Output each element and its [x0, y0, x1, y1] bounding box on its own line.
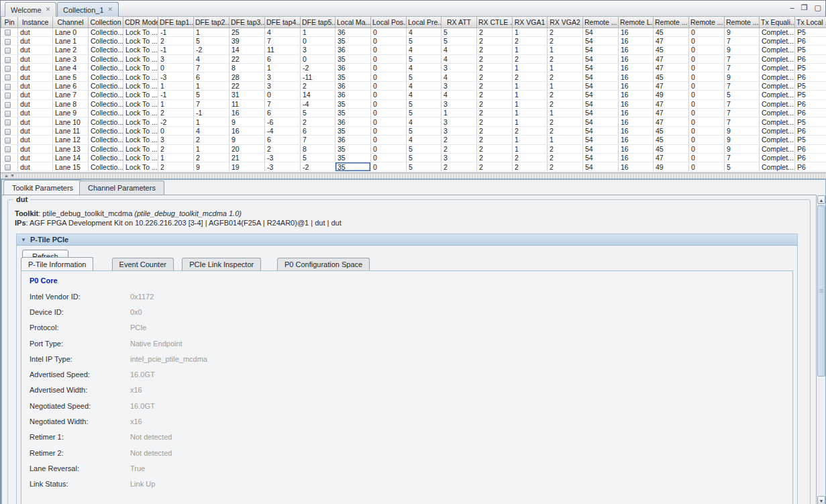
table-cell[interactable]: 54 — [583, 72, 619, 81]
table-cell[interactable]: 2 — [477, 54, 513, 63]
table-cell[interactable]: 11 — [265, 46, 301, 54]
table-cell[interactable]: 0 — [371, 91, 407, 99]
table-cell[interactable]: 54 — [583, 117, 619, 126]
pin-checkbox[interactable] — [5, 129, 11, 135]
table-cell[interactable]: P5 — [795, 81, 826, 90]
table-cell[interactable]: 2 — [548, 126, 583, 135]
column-header[interactable]: DFE tap2... — [194, 17, 229, 28]
column-header[interactable]: DFE tap4... — [265, 17, 301, 28]
table-cell[interactable]: 14 — [229, 46, 265, 54]
table-cell[interactable]: 7 — [725, 81, 760, 90]
table-cell[interactable]: Collectio... — [89, 153, 123, 162]
table-cell[interactable]: 5 — [725, 91, 760, 99]
table-cell[interactable]: 16 — [619, 117, 654, 126]
table-cell[interactable]: 14 — [301, 91, 335, 99]
table-cell[interactable]: P6 — [795, 162, 826, 171]
table-cell[interactable]: 36 — [335, 28, 371, 36]
table-cell[interactable]: 1 — [548, 136, 583, 144]
table-cell[interactable]: 47 — [654, 81, 689, 90]
table-cell[interactable]: 36 — [335, 46, 371, 54]
table-cell[interactable]: 16 — [619, 64, 654, 72]
scroll-up-icon[interactable]: ▲ — [817, 195, 825, 204]
table-cell[interactable]: Lock To ... — [123, 46, 158, 54]
table-cell[interactable]: 1 — [265, 64, 301, 72]
table-cell[interactable]: 3 — [442, 126, 477, 135]
table-cell[interactable]: dut — [18, 36, 53, 45]
table-cell[interactable]: 7 — [725, 153, 760, 162]
table-cell[interactable]: 45 — [654, 46, 689, 54]
table-cell[interactable]: 6 — [301, 126, 335, 135]
pin-checkbox[interactable] — [5, 84, 11, 90]
table-cell[interactable]: Lane 15 — [53, 162, 89, 171]
table-cell[interactable]: 0 — [689, 91, 725, 99]
table-cell[interactable]: Lock To ... — [123, 91, 158, 99]
table-cell[interactable]: 3 — [265, 72, 301, 81]
table-cell[interactable]: 16 — [229, 126, 265, 135]
table-cell[interactable]: Lock To ... — [123, 162, 158, 171]
table-cell[interactable]: 54 — [583, 109, 619, 117]
table-cell[interactable]: 7 — [725, 99, 760, 108]
table-cell[interactable]: 7 — [725, 117, 760, 126]
table-cell[interactable]: 1 — [301, 28, 335, 36]
table-cell[interactable]: 0 — [301, 54, 335, 63]
table-cell[interactable]: Lock To ... — [123, 109, 158, 117]
table-cell[interactable]: 2 — [513, 36, 548, 45]
table-cell[interactable]: 16 — [619, 162, 654, 171]
table-cell[interactable]: 7 — [301, 136, 335, 144]
table-cell[interactable]: 4 — [407, 64, 442, 72]
table-cell[interactable]: 5 — [407, 54, 442, 63]
table-cell[interactable]: Lock To ... — [123, 153, 158, 162]
table-cell[interactable]: Lane 5 — [53, 72, 89, 81]
table-cell[interactable]: 5 — [442, 28, 477, 36]
table-cell[interactable]: -4 — [265, 126, 301, 135]
table-cell[interactable]: 35 — [335, 153, 371, 162]
column-header[interactable]: Local Pre... — [407, 17, 442, 28]
table-cell[interactable]: 16 — [619, 46, 654, 54]
table-cell[interactable]: Complet... — [760, 91, 795, 99]
table-cell[interactable]: dut — [18, 54, 53, 63]
table-cell[interactable]: Lock To ... — [123, 72, 158, 81]
table-cell[interactable]: 35 — [335, 109, 371, 117]
table-cell[interactable]: 35 — [335, 144, 371, 153]
tab-event-counter[interactable]: Event Counter — [112, 258, 174, 270]
table-cell[interactable]: 36 — [335, 64, 371, 72]
table-cell[interactable]: 9 — [229, 136, 265, 144]
table-cell[interactable]: 3 — [158, 136, 194, 144]
column-header[interactable]: Instance — [18, 17, 53, 28]
table-cell[interactable]: Complet... — [760, 46, 795, 54]
table-cell[interactable]: 2 — [477, 36, 513, 45]
column-header[interactable]: Tx Equali... — [760, 17, 795, 28]
table-cell[interactable]: dut — [18, 28, 53, 36]
table-cell[interactable]: 2 — [442, 162, 477, 171]
table-cell[interactable]: 1 — [194, 28, 229, 36]
table-cell[interactable]: 4 — [194, 126, 229, 135]
table-cell[interactable]: 22 — [229, 81, 265, 90]
table-cell[interactable]: -1 — [158, 91, 194, 99]
table-cell[interactable]: 0 — [689, 99, 725, 108]
table-cell[interactable]: 54 — [583, 64, 619, 72]
table-cell[interactable]: Lane 14 — [53, 153, 89, 162]
table-cell[interactable]: 16 — [619, 136, 654, 144]
table-cell[interactable]: 1 — [513, 117, 548, 126]
pin-checkbox[interactable] — [5, 111, 11, 117]
table-cell[interactable]: 35 — [335, 126, 371, 135]
table-cell[interactable]: 1 — [513, 109, 548, 117]
table-cell[interactable]: dut — [18, 81, 53, 90]
table-cell[interactable]: Lock To ... — [123, 136, 158, 144]
table-cell[interactable]: 20 — [229, 144, 265, 153]
table-cell[interactable]: 1 — [548, 109, 583, 117]
table-cell[interactable]: 4 — [407, 28, 442, 36]
column-header[interactable]: DFE tap3... — [229, 17, 265, 28]
table-cell[interactable]: 9 — [725, 28, 760, 36]
table-cell[interactable]: P5 — [795, 28, 826, 36]
table-cell[interactable]: 0 — [689, 162, 725, 171]
table-cell[interactable]: 3 — [301, 46, 335, 54]
table-cell[interactable]: 1 — [513, 99, 548, 108]
table-cell[interactable]: 3 — [158, 54, 194, 63]
column-header[interactable]: Collection — [89, 17, 123, 28]
table-cell[interactable]: Complet... — [760, 162, 795, 171]
column-header[interactable]: Remote ... — [725, 17, 760, 28]
column-header[interactable]: RX VGA1 — [513, 17, 548, 28]
table-cell[interactable]: Collectio... — [89, 36, 123, 45]
table-cell[interactable]: 45 — [654, 126, 689, 135]
